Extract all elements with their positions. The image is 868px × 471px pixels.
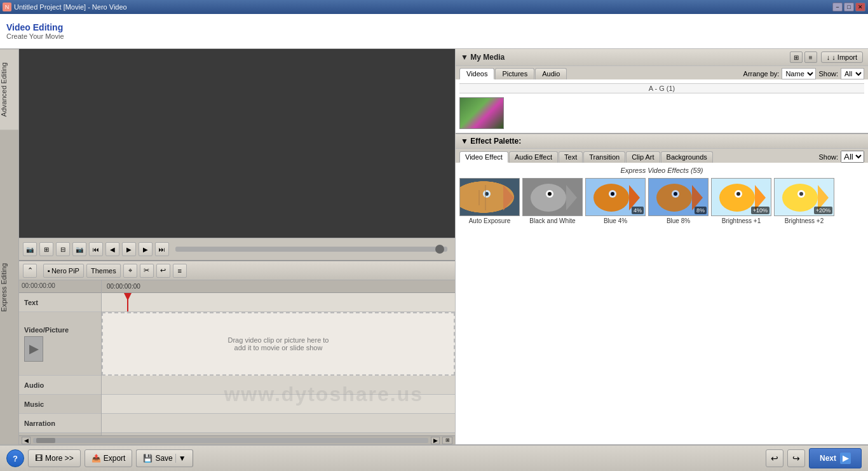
prev-frame-button[interactable]: ◀ — [105, 242, 119, 256]
video-preview — [19, 49, 455, 238]
main-layout: Advanced Editing Express Editing 📷 ⊞ ⊟ 📷… — [0, 49, 868, 444]
tab-audio-effect[interactable]: Audio Effect — [509, 151, 558, 163]
play-button[interactable]: ▶ — [122, 242, 136, 256]
minimize-button[interactable]: − — [832, 3, 843, 11]
tab-pictures[interactable]: Pictures — [495, 68, 534, 79]
tab-backgrounds[interactable]: Backgrounds — [661, 151, 713, 163]
more-button[interactable]: 🎞 More >> — [28, 449, 81, 467]
maximize-button[interactable]: □ — [844, 3, 854, 11]
grid-view-button[interactable]: ⊞ — [790, 51, 803, 63]
effect-brightness-2[interactable]: +20% Brightness +2 — [774, 178, 834, 224]
my-media-icons: ⊞ ≡ — [790, 51, 817, 63]
sidebar-express-editing[interactable]: Express Editing — [0, 130, 18, 444]
next-button[interactable]: Next ▶ — [809, 448, 862, 468]
trim-button[interactable]: ✂ — [140, 264, 154, 278]
effect-show-select[interactable]: All — [841, 151, 864, 163]
music-track-label: Music — [19, 395, 101, 414]
step-forward-button[interactable]: ⏭ — [155, 242, 169, 256]
drop-zone-text: Drag video clip or picture here to add i… — [228, 336, 329, 352]
export-button[interactable]: 📤 Export — [85, 449, 133, 467]
scroll-track[interactable] — [33, 438, 428, 443]
seek-handle[interactable] — [435, 245, 444, 254]
timeline-area: ⌃ ▪ Nero PiP Themes ⌖ ✂ ↩ ≡ — [19, 260, 455, 444]
page-subtitle: Create Your Movie — [6, 32, 862, 40]
scroll-left-button[interactable]: ◀ — [22, 437, 31, 444]
redo-button[interactable]: ↪ — [787, 449, 805, 467]
timeline-content: 00:00:00:00 Drag video clip or picture h… — [102, 280, 455, 435]
show-select[interactable]: All — [841, 68, 864, 79]
close-button[interactable]: ✕ — [855, 3, 865, 11]
ruler-time: 00:00:00:00 — [107, 283, 140, 290]
next-arrow-icon: ▶ — [840, 453, 851, 464]
tab-clip-art[interactable]: Clip Art — [626, 151, 660, 163]
show-label: Show: — [818, 70, 838, 78]
import-button[interactable]: ↓ ↓ Import — [821, 51, 863, 63]
timeline-scroll: ◀ ▶ ⊞ — [19, 435, 455, 444]
save-dropdown-arrow[interactable]: ▼ — [175, 454, 186, 463]
effect-blue-8[interactable]: 8% Blue 8% — [648, 178, 709, 224]
timeline-ruler: 00:00:00:00 — [102, 280, 455, 293]
seek-bar[interactable] — [175, 247, 447, 252]
scroll-zoom-button[interactable]: ⊞ — [442, 437, 452, 444]
save-button[interactable]: 💾 Save ▼ — [136, 449, 193, 467]
camera-button[interactable]: 📷 — [72, 242, 86, 256]
tab-video-effect[interactable]: Video Effect — [459, 151, 508, 163]
collapse-button[interactable]: ⌃ — [23, 264, 37, 278]
undo-button[interactable]: ↩ — [766, 449, 783, 467]
effect-overlay-5: +10% — [751, 207, 770, 214]
themes-button[interactable]: Themes — [86, 264, 121, 278]
narr-track-label: Narration — [19, 414, 101, 433]
effect-blue-4[interactable]: 4% Blue 4% — [585, 178, 646, 224]
import-label: ↓ Import — [832, 53, 857, 61]
zoom-button[interactable]: ⊟ — [56, 242, 70, 256]
undo-tl-button[interactable]: ↩ — [156, 264, 170, 278]
arrange-label: Arrange by: — [743, 70, 780, 78]
text-track — [102, 293, 455, 312]
effect-thumb-3: 4% — [585, 178, 646, 216]
sort-select[interactable]: Name Date Size — [782, 68, 816, 79]
track-labels: 00:00:00:00 Text Video/Picture ▶ Audio M… — [19, 280, 102, 435]
nero-pip-button[interactable]: ▪ Nero PiP — [43, 264, 84, 278]
effect-show: Show: All — [818, 151, 864, 163]
next-frame-button[interactable]: ▶ — [139, 242, 153, 256]
tab-audio[interactable]: Audio — [535, 68, 567, 79]
help-button[interactable]: ? — [6, 449, 24, 467]
sidebar-advanced-editing[interactable]: Advanced Editing — [0, 49, 18, 130]
page-title: Video Editing — [6, 22, 862, 32]
effect-brightness-1[interactable]: +10% Brightness +1 — [711, 178, 771, 224]
svg-rect-6 — [460, 179, 520, 216]
narr-track — [102, 414, 455, 433]
bottom-left: ? 🎞 More >> 📤 Export 💾 Save ▼ — [6, 449, 193, 467]
list-view-button[interactable]: ≡ — [804, 51, 817, 63]
effects-grid: Auto Exposure — [459, 178, 864, 224]
media-tabs: Videos Pictures Audio Arrange by: Name D… — [456, 66, 868, 79]
effect-palette-title: ▼ Effect Palette: — [461, 137, 521, 146]
import-arrow: ↓ — [827, 53, 831, 61]
effect-black-white[interactable]: Black and White — [522, 178, 583, 224]
vid-drop-zone[interactable]: Drag video clip or picture here to add i… — [102, 312, 455, 376]
tab-videos[interactable]: Videos — [459, 68, 494, 79]
effect-img-1 — [460, 179, 519, 215]
vid-thumb-placeholder: ▶ — [24, 336, 43, 362]
effect-palette-header: ▼ Effect Palette: — [456, 134, 868, 149]
scroll-thumb[interactable] — [36, 438, 55, 443]
media-item-1[interactable] — [459, 97, 504, 129]
display-mode-button[interactable]: ⊞ — [39, 242, 53, 256]
bottom-toolbar: ? 🎞 More >> 📤 Export 💾 Save ▼ ↩ ↪ Next ▶ — [0, 444, 868, 471]
scroll-right-button[interactable]: ▶ — [431, 437, 440, 444]
more-button[interactable]: ≡ — [173, 264, 187, 278]
effect-overlay-6: +20% — [814, 207, 832, 214]
svg-point-10 — [548, 192, 552, 196]
tab-transition[interactable]: Transition — [583, 151, 625, 163]
timeline-main: 00:00:00:00 Text Video/Picture ▶ Audio M… — [19, 280, 455, 435]
media-thumbnails — [459, 97, 864, 129]
take-snapshot-button[interactable]: 📷 — [23, 242, 37, 256]
step-back-button[interactable]: ⏮ — [89, 242, 103, 256]
tab-text[interactable]: Text — [559, 151, 583, 163]
effect-label-2: Black and White — [529, 217, 575, 224]
playhead[interactable] — [127, 293, 128, 311]
titlebar: N Untitled Project [Movie] - Nero Video … — [0, 0, 868, 14]
add-marker-button[interactable]: ⌖ — [123, 264, 137, 278]
effect-content: Express Video Effects (59) — [456, 163, 868, 444]
effect-auto-exposure[interactable]: Auto Exposure — [459, 178, 520, 224]
